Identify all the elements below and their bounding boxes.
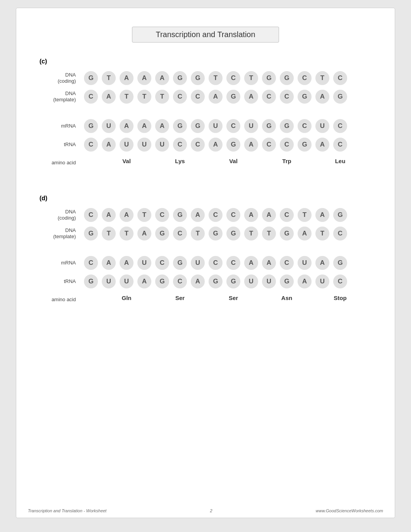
nucleotide-circle: G [191,119,205,133]
nucleotide-circle: T [155,90,169,104]
nucleotide-circle: G [280,119,294,133]
amino-acid-value: Val [207,158,260,164]
nucleotide-cell: G [331,255,349,271]
nucleotide-circle: G [333,256,347,270]
nucleotide-circle: C [298,71,312,85]
amino-acid-value: Asn [260,295,313,301]
nucleotide-circle: A [298,275,312,288]
amino-acid-value: Trp [260,158,313,164]
nucleotide-cell: C [278,255,296,271]
nucleotide-cell: U [135,255,153,271]
nucleotide-circle: A [244,90,258,104]
nucleotide-circle: T [102,227,116,240]
nucleotide-circle: G [84,227,98,240]
nucleotide-circle: A [262,256,276,270]
nucleotide-circle: A [155,119,169,133]
nucleotide-cell: T [296,207,313,223]
nucleotide-cell: U [118,137,135,152]
nucleotide-cell: C [207,207,224,223]
nucleotide-circle: C [173,90,187,104]
nucleotide-circle: G [209,227,223,240]
dna-template-nucleotides-c: CATTTCCAGACCGAG [82,89,349,104]
nucleotide-cell: U [207,118,224,134]
nucleotide-cell: G [278,226,296,241]
nucleotide-circle: T [102,71,116,85]
dna-coding-label-d: DNA(coding) [39,209,82,221]
nucleotide-cell: C [82,207,100,223]
nucleotide-cell: U [189,255,207,271]
nucleotide-cell: G [171,70,189,86]
nucleotide-circle: C [226,256,240,270]
nucleotide-circle: C [173,138,187,152]
nucleotide-circle: U [137,138,151,152]
amino-acid-row-c: amino acid ValLysValTrpLeu [39,155,372,169]
nucleotide-cell: U [260,274,278,289]
nucleotide-cell: G [82,226,100,241]
nucleotide-cell: C [224,255,242,271]
nucleotide-circle: A [298,227,312,240]
nucleotide-circle: U [262,275,276,288]
nucleotide-circle: T [209,71,223,85]
nucleotide-cell: A [207,137,224,152]
nucleotide-circle: A [120,208,134,222]
nucleotide-cell: A [260,255,278,271]
nucleotide-circle: A [137,71,151,85]
nucleotide-cell: T [189,226,207,241]
nucleotide-cell: G [224,137,242,152]
nucleotide-cell: G [224,89,242,104]
nucleotide-circle: T [191,227,205,240]
trna-nucleotides-c: CAUUUCCAGACCGAC [82,137,349,152]
nucleotide-cell: U [135,137,153,152]
nucleotide-circle: A [209,90,223,104]
nucleotide-cell: A [135,226,153,241]
nucleotide-cell: U [313,274,331,289]
nucleotide-cell: A [135,70,153,86]
amino-acid-value: Stop [313,295,367,301]
nucleotide-cell: C [331,137,349,152]
footer: Transcription and Translation - Workshee… [16,508,395,513]
nucleotide-circle: U [155,138,169,152]
nucleotide-circle: A [315,256,329,270]
nucleotide-circle: U [298,256,312,270]
nucleotide-circle: G [173,256,187,270]
nucleotide-circle: G [173,71,187,85]
amino-acid-value: Lys [153,158,207,164]
nucleotide-circle: G [155,275,169,288]
nucleotide-cell: U [313,118,331,134]
nucleotide-cell: A [242,207,260,223]
nucleotide-circle: G [173,119,187,133]
nucleotide-circle: G [84,71,98,85]
nucleotide-circle: U [315,119,329,133]
nucleotide-circle: A [120,71,134,85]
nucleotide-cell: A [118,255,135,271]
nucleotide-cell: C [171,89,189,104]
nucleotide-circle: A [155,71,169,85]
nucleotide-cell: C [331,118,349,134]
amino-acid-value: Ser [207,295,260,301]
nucleotide-cell: C [82,89,100,104]
nucleotide-circle: G [226,227,240,240]
nucleotide-circle: C [84,208,98,222]
mrna-label-c: mRNA [39,123,82,129]
amino-acid-label-c: amino acid [39,160,82,165]
dna-template-row-d: DNA(template) GTTAGCTGGTTGATC [39,225,372,242]
nucleotide-circle: A [137,275,151,288]
nucleotide-circle: A [244,208,258,222]
nucleotide-cell: C [153,207,171,223]
nucleotide-circle: C [173,227,187,240]
nucleotide-circle: T [298,208,312,222]
nucleotide-cell: A [153,118,171,134]
nucleotide-cell: C [189,137,207,152]
nucleotide-circle: A [102,208,116,222]
nucleotide-circle: A [244,138,258,152]
nucleotide-cell: T [242,70,260,86]
nucleotide-cell: U [242,118,260,134]
nucleotide-circle: G [333,208,347,222]
nucleotide-circle: C [333,275,347,288]
nucleotide-cell: A [189,274,207,289]
nucleotide-cell: A [100,207,118,223]
nucleotide-circle: C [333,227,347,240]
dna-template-row-c: DNA(template) CATTTCCAGACCGAG [39,88,372,105]
nucleotide-circle: A [244,256,258,270]
nucleotide-circle: C [333,71,347,85]
